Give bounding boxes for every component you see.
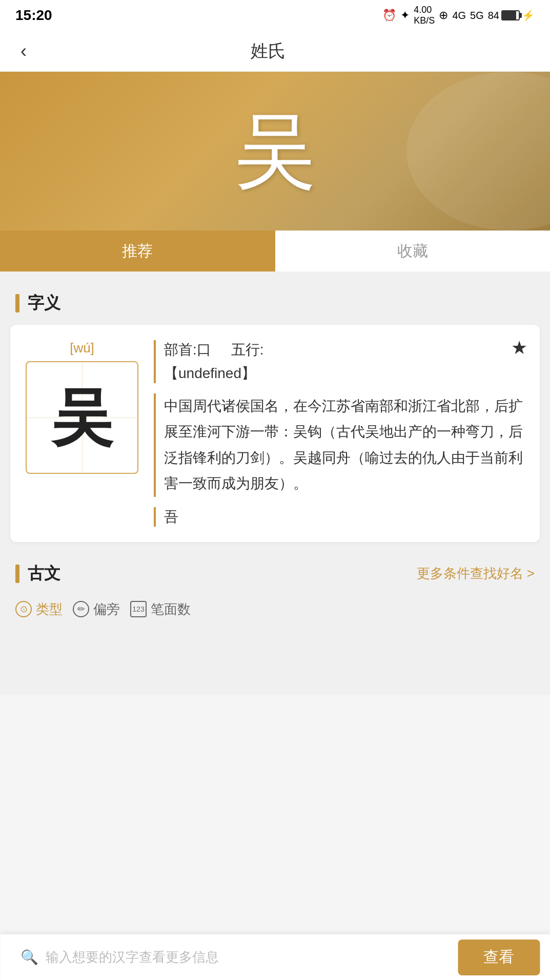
section-bar-accent bbox=[15, 294, 19, 312]
search-icon: 🔍 bbox=[21, 949, 38, 966]
alarm-icon: ⏰ bbox=[382, 9, 396, 22]
filter-type[interactable]: ⊙ 类型 bbox=[15, 600, 63, 618]
tabs-container: 推荐 收藏 bbox=[0, 231, 550, 272]
ziyi-title: 字义 bbox=[28, 292, 60, 315]
guwen-section-bar bbox=[15, 565, 19, 583]
signal-4g-icon: 4G bbox=[452, 10, 466, 22]
search-placeholder: 输入想要的汉字查看更多信息 bbox=[46, 948, 219, 966]
bluetooth-icon: ✦ bbox=[400, 9, 410, 22]
radical-info: 部首:口 五行: 【undefined】 bbox=[154, 340, 524, 383]
phone-frame: 15:20 ⏰ ✦ 4.00KB/S ⊕ 4G 5G 84 ⚡ ‹ 姓氏 吴 bbox=[0, 0, 550, 980]
ziyi-card: ★ [wú] 吴 部首:口 五行: bbox=[10, 325, 540, 542]
definition-block: 中国周代诸侯国名，在今江苏省南部和浙江省北部，后扩展至淮河下游一带：吴钩（古代吴… bbox=[154, 393, 524, 497]
filter-radical-icon: ✏ bbox=[73, 601, 89, 617]
filter-radical-label: 偏旁 bbox=[93, 600, 120, 618]
filter-type-label: 类型 bbox=[36, 600, 63, 618]
wuxing-value: 【undefined】 bbox=[164, 364, 524, 383]
wuxing-label: 五行: bbox=[231, 342, 264, 358]
tab-favorites[interactable]: 收藏 bbox=[275, 231, 551, 272]
char-box: 吴 bbox=[26, 361, 138, 474]
search-input-area[interactable]: 🔍 输入想要的汉字查看更多信息 bbox=[10, 948, 450, 966]
status-time: 15:20 bbox=[15, 7, 52, 24]
synonym-block: 吾 bbox=[154, 507, 524, 527]
hero-character: 吴 bbox=[234, 110, 316, 192]
filter-type-icon: ⊙ bbox=[15, 601, 32, 617]
content-area: 字义 ★ [wú] 吴 部首:口 bbox=[0, 272, 550, 695]
bottom-spacer bbox=[0, 629, 550, 685]
filter-row: ⊙ 类型 ✏ 偏旁 123 笔面数 bbox=[0, 595, 550, 629]
guwen-title-group: 古文 bbox=[15, 562, 60, 585]
definition-text: 中国周代诸侯国名，在今江苏省南部和浙江省北部，后扩展至淮河下游一带：吴钩（古代吴… bbox=[164, 393, 524, 497]
filter-strokes-label: 笔面数 bbox=[151, 600, 191, 618]
info-panel: 部首:口 五行: 【undefined】 中国周代诸侯国名，在今江苏省南部和浙江… bbox=[154, 340, 524, 527]
hero-banner: 吴 bbox=[0, 72, 550, 231]
battery-level: 84 bbox=[488, 10, 499, 22]
filter-strokes-icon: 123 bbox=[130, 601, 147, 617]
guwen-title: 古文 bbox=[28, 562, 60, 585]
guwen-section-header: 古文 更多条件查找好名 > bbox=[0, 552, 550, 595]
battery-icon bbox=[501, 10, 520, 20]
bottom-bar: 🔍 输入想要的汉字查看更多信息 查看 bbox=[0, 934, 550, 980]
card-inner: [wú] 吴 部首:口 五行: 【undefined】 bbox=[26, 340, 524, 527]
page-title: 姓氏 bbox=[32, 39, 504, 63]
data-speed: 4.00KB/S bbox=[414, 5, 435, 26]
filter-radical[interactable]: ✏ 偏旁 bbox=[73, 600, 120, 618]
view-button[interactable]: 查看 bbox=[458, 940, 540, 975]
back-button[interactable]: ‹ bbox=[15, 35, 32, 67]
char-panel: [wú] 吴 bbox=[26, 340, 138, 474]
tab-recommend[interactable]: 推荐 bbox=[0, 231, 275, 272]
battery-indicator: 84 ⚡ bbox=[488, 9, 535, 22]
status-icons: ⏰ ✦ 4.00KB/S ⊕ 4G 5G 84 ⚡ bbox=[382, 5, 535, 26]
ziyi-section-header: 字义 bbox=[0, 282, 550, 325]
synonym-text: 吾 bbox=[164, 509, 178, 525]
pinyin-text: [wú] bbox=[70, 340, 94, 356]
charging-icon: ⚡ bbox=[522, 9, 535, 22]
status-bar: 15:20 ⏰ ✦ 4.00KB/S ⊕ 4G 5G 84 ⚡ bbox=[0, 0, 550, 31]
nav-bar: ‹ 姓氏 bbox=[0, 31, 550, 72]
radical-label: 部首:口 bbox=[164, 342, 211, 358]
wifi-icon: ⊕ bbox=[439, 9, 448, 22]
char-display: 吴 bbox=[51, 387, 113, 448]
radical-row: 部首:口 五行: bbox=[164, 340, 524, 360]
star-button[interactable]: ★ bbox=[511, 337, 527, 359]
signal-5g-icon: 5G bbox=[470, 10, 484, 22]
filter-strokes[interactable]: 123 笔面数 bbox=[130, 600, 191, 618]
more-conditions-link[interactable]: 更多条件查找好名 > bbox=[417, 565, 535, 582]
